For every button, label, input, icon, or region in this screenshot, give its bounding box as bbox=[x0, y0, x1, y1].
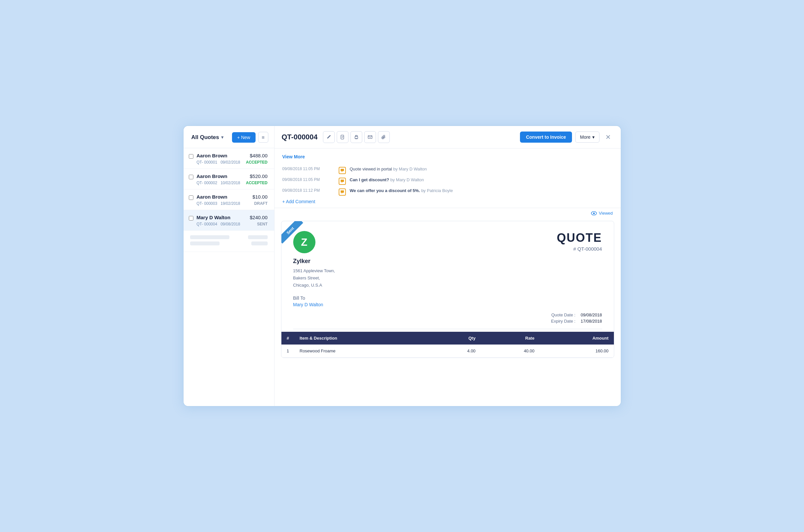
quote-ref: # QT-000004 bbox=[557, 246, 602, 252]
svg-point-4 bbox=[593, 212, 595, 214]
quote-amount: $488.00 bbox=[250, 153, 267, 158]
activity-text: Quote viewed in portal by Mary D Walton bbox=[350, 167, 427, 171]
right-panel: QT-000004 bbox=[274, 126, 621, 406]
quote-checkbox[interactable] bbox=[189, 216, 193, 221]
skeleton-item bbox=[184, 231, 274, 252]
quote-id: QT- 000003 19/02/2018 bbox=[197, 201, 240, 206]
activity-entry: 09/08/2018 11:05 PM Quote viewed in port… bbox=[282, 167, 613, 174]
viewed-text: Viewed bbox=[599, 211, 613, 215]
quote-status: ACCEPTED bbox=[246, 180, 267, 185]
address-line1: 1561 Appleview Town, bbox=[293, 268, 335, 273]
quotes-title: All Quotes ▾ bbox=[191, 134, 224, 141]
quote-title: QUOTE bbox=[557, 231, 602, 245]
activity-entries: 09/08/2018 11:05 PM Quote viewed in port… bbox=[282, 167, 613, 196]
expiry-date-row: Expiry Date : 17/08/2018 bbox=[551, 319, 602, 324]
skeleton-bar bbox=[190, 242, 219, 245]
quote-checkbox[interactable] bbox=[189, 195, 193, 200]
more-button[interactable]: More ▾ bbox=[575, 132, 599, 142]
skeleton-bar bbox=[251, 242, 268, 245]
table-col-rate: Rate bbox=[481, 332, 540, 344]
attachment-button[interactable] bbox=[378, 131, 390, 143]
right-header-left: QT-000004 bbox=[282, 131, 390, 143]
sent-ribbon-label: Sent bbox=[282, 221, 303, 244]
comment-icon bbox=[340, 179, 344, 183]
close-icon: ✕ bbox=[605, 133, 611, 141]
separator-line bbox=[293, 329, 602, 329]
address-line2: Bakers Street, bbox=[293, 276, 320, 280]
dates-section: Quote Date : 09/08/2018 Expiry Date : 17… bbox=[282, 312, 614, 324]
edit-button[interactable] bbox=[323, 131, 335, 143]
table-col-amount: Amount bbox=[540, 332, 614, 344]
row-rate: 40.00 bbox=[481, 344, 540, 358]
quote-date-value: 09/08/2018 bbox=[580, 312, 602, 317]
address-line3: Chicago, U.S.A bbox=[293, 283, 322, 288]
activity-text: We can offer you a discount of 5%. by Pa… bbox=[350, 188, 453, 193]
quote-item[interactable]: Aaron Brown $488.00 QT- 000001 09/02/201… bbox=[184, 148, 274, 169]
quote-amount: $10.00 bbox=[253, 194, 268, 200]
quote-item[interactable]: Aaron Brown $10.00 QT- 000003 19/02/2018… bbox=[184, 189, 274, 210]
quote-row2: QT- 000003 19/02/2018 DRAFT bbox=[190, 201, 268, 206]
quote-date-row: Quote Date : 09/08/2018 bbox=[551, 312, 602, 317]
activity-time: 09/08/2018 11:05 PM bbox=[282, 177, 335, 182]
quote-name: Aaron Brown bbox=[197, 194, 227, 200]
document-area: Sent Z Zylker 1561 Appleview Town, Baker… bbox=[274, 217, 621, 406]
quote-status: ACCEPTED bbox=[246, 160, 267, 165]
row-description: Rosewood Froame bbox=[294, 344, 429, 358]
svg-rect-1 bbox=[355, 136, 358, 138]
email-icon bbox=[368, 134, 372, 140]
comment-icon bbox=[340, 190, 344, 194]
attachment-icon bbox=[382, 134, 386, 140]
table-col-num: # bbox=[282, 332, 294, 344]
pdf-icon bbox=[340, 134, 345, 140]
document-header: Z Zylker 1561 Appleview Town, Bakers Str… bbox=[282, 221, 614, 296]
dropdown-arrow-icon[interactable]: ▾ bbox=[221, 135, 224, 140]
print-button[interactable] bbox=[350, 131, 362, 143]
quote-status: SENT bbox=[257, 222, 267, 226]
email-button[interactable] bbox=[364, 131, 376, 143]
quote-row2: QT- 000001 09/02/2018 ACCEPTED bbox=[190, 160, 268, 165]
new-button[interactable]: + New bbox=[232, 132, 255, 142]
quote-status: DRAFT bbox=[254, 201, 268, 206]
activity-icon bbox=[339, 178, 346, 185]
items-table: # Item & Description Qty Rate Amount 1 R… bbox=[282, 332, 614, 358]
bill-to-name[interactable]: Mary D Walton bbox=[293, 302, 602, 307]
all-quotes-label: All Quotes bbox=[191, 134, 219, 141]
close-button[interactable]: ✕ bbox=[603, 132, 614, 142]
app-container: All Quotes ▾ + New ≡ Aaron Brown $488.00… bbox=[183, 125, 621, 407]
quote-date-label: Quote Date : bbox=[551, 312, 576, 317]
svg-rect-0 bbox=[341, 135, 344, 139]
row-num: 1 bbox=[282, 344, 294, 358]
more-label: More bbox=[580, 134, 591, 140]
convert-to-invoice-button[interactable]: Convert to Invoice bbox=[520, 132, 572, 142]
viewed-badge: Viewed bbox=[274, 208, 621, 217]
left-header: All Quotes ▾ + New ≡ bbox=[184, 126, 274, 148]
quote-item-active[interactable]: Mary D Walton $240.00 QT- 000004 09/08/2… bbox=[184, 210, 274, 231]
company-address: 1561 Appleview Town, Bakers Street, Chic… bbox=[293, 267, 335, 289]
quote-row2: QT- 000002 10/02/2018 ACCEPTED bbox=[190, 180, 268, 185]
add-comment-link[interactable]: + Add Comment bbox=[282, 199, 315, 204]
quote-checkbox[interactable] bbox=[189, 154, 193, 159]
quote-checkbox[interactable] bbox=[189, 175, 193, 179]
more-arrow-icon: ▾ bbox=[592, 134, 595, 140]
quote-row1: Aaron Brown $10.00 bbox=[190, 194, 268, 200]
table-col-qty: Qty bbox=[428, 332, 481, 344]
quote-row1: Aaron Brown $488.00 bbox=[190, 153, 268, 158]
menu-button[interactable]: ≡ bbox=[258, 132, 268, 142]
pdf-button[interactable] bbox=[337, 131, 348, 143]
skeleton-row bbox=[190, 242, 268, 245]
quote-item[interactable]: Aaron Brown $520.00 QT- 000002 10/02/201… bbox=[184, 169, 274, 189]
view-more-link[interactable]: View More bbox=[282, 154, 305, 159]
right-header: QT-000004 bbox=[274, 126, 621, 149]
quote-amount: $240.00 bbox=[250, 215, 267, 220]
quote-row1: Aaron Brown $520.00 bbox=[190, 173, 268, 179]
row-qty: 4.00 bbox=[428, 344, 481, 358]
quote-row2: QT- 000004 09/08/2018 SENT bbox=[190, 222, 268, 226]
expiry-date-label: Expiry Date : bbox=[551, 319, 575, 324]
activity-text: Can I get discount? by Mary D Walton bbox=[350, 177, 424, 182]
quote-id: QT- 000002 10/02/2018 bbox=[197, 180, 240, 185]
comment-icon bbox=[340, 169, 344, 172]
skeleton-bar bbox=[248, 235, 268, 239]
toolbar-icons bbox=[323, 131, 390, 143]
table-col-desc: Item & Description bbox=[294, 332, 429, 344]
right-header-actions: Convert to Invoice More ▾ ✕ bbox=[520, 132, 613, 142]
